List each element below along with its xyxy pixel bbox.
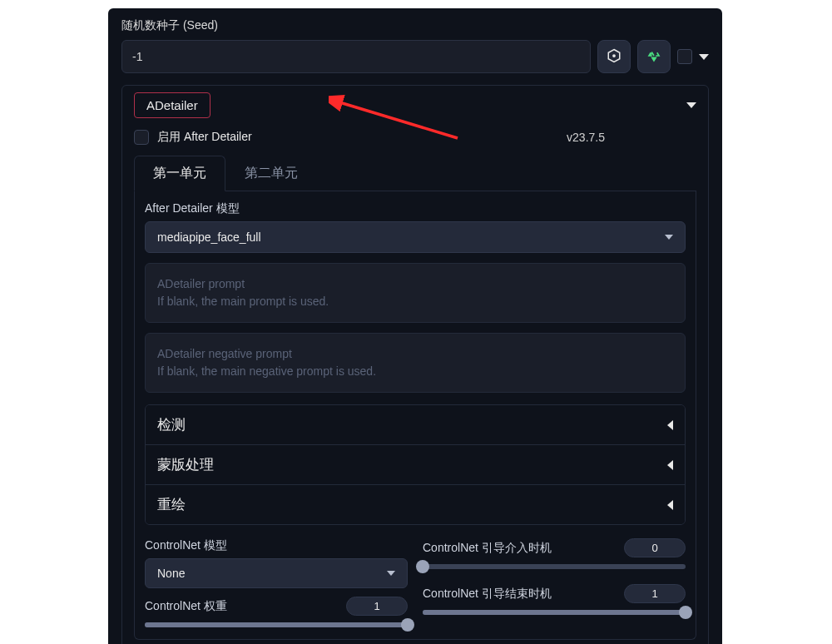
adetailer-tabs: 第一单元 第二单元 — [134, 155, 696, 191]
cn-weight-label: ControlNet 权重 — [145, 599, 227, 614]
accordion-mask[interactable]: 蒙版处理 — [146, 445, 685, 485]
cn-weight-value[interactable]: 1 — [346, 597, 408, 616]
tab-unit-2[interactable]: 第二单元 — [225, 156, 317, 191]
cn-weight-slider[interactable] — [145, 622, 408, 627]
cn-gstart-slider[interactable] — [423, 564, 686, 569]
chevron-left-icon — [667, 500, 673, 510]
cn-gend-label: ControlNet 引导结束时机 — [423, 587, 552, 602]
ad-prompt-placeholder-sub: If blank, the main prompt is used. — [157, 293, 673, 310]
cn-gstart-value[interactable]: 0 — [624, 538, 686, 557]
svg-point-1 — [613, 54, 615, 56]
extra-seed-checkbox[interactable] — [677, 49, 692, 64]
adetailer-tag[interactable]: ADetailer — [134, 92, 210, 118]
randomize-seed-button[interactable] — [597, 40, 631, 73]
chevron-left-icon — [667, 420, 673, 430]
recycle-icon — [646, 48, 661, 66]
enable-adetailer-label: 启用 After Detailer — [157, 130, 252, 145]
chevron-down-icon — [387, 571, 395, 576]
cn-model-value: None — [157, 567, 185, 580]
cn-model-select[interactable]: None — [145, 558, 408, 588]
chevron-down-icon[interactable] — [699, 54, 709, 60]
tab-unit-1[interactable]: 第一单元 — [134, 156, 225, 191]
adetailer-panel: ADetailer 启用 After Detailer v23.7.5 第一单元… — [121, 85, 709, 644]
accordion-detection-label: 检测 — [157, 415, 186, 434]
seed-input[interactable] — [121, 40, 591, 73]
accordion-inpaint-label: 重绘 — [157, 495, 186, 514]
cn-gstart-label: ControlNet 引导介入时机 — [423, 541, 552, 556]
dice-icon — [607, 48, 622, 66]
cn-gend-slider[interactable] — [423, 610, 686, 615]
panel-collapse-icon[interactable] — [686, 102, 696, 108]
ad-model-label: After Detailer 模型 — [145, 201, 686, 216]
accordion-detection[interactable]: 检测 — [146, 405, 685, 445]
cn-gend-value[interactable]: 1 — [624, 584, 686, 603]
chevron-down-icon — [665, 235, 673, 240]
ad-neg-prompt-placeholder-sub: If blank, the main negative prompt is us… — [157, 363, 673, 380]
reuse-seed-button[interactable] — [637, 40, 671, 73]
ad-neg-prompt-input[interactable]: ADetailer negative prompt If blank, the … — [145, 333, 686, 393]
ad-model-value: mediapipe_face_full — [157, 230, 261, 244]
enable-adetailer-checkbox[interactable] — [134, 130, 149, 145]
ad-model-select[interactable]: mediapipe_face_full — [145, 221, 686, 253]
adetailer-version: v23.7.5 — [567, 131, 605, 144]
ad-neg-prompt-placeholder: ADetailer negative prompt — [157, 345, 673, 363]
seed-label: 随机数种子 (Seed) — [121, 18, 709, 33]
accordion-inpaint[interactable]: 重绘 — [146, 485, 685, 524]
ad-prompt-input[interactable]: ADetailer prompt If blank, the main prom… — [145, 263, 686, 323]
accordion-mask-label: 蒙版处理 — [157, 455, 214, 474]
cn-model-label: ControlNet 模型 — [145, 538, 408, 553]
ad-prompt-placeholder: ADetailer prompt — [157, 275, 673, 293]
chevron-left-icon — [667, 460, 673, 470]
